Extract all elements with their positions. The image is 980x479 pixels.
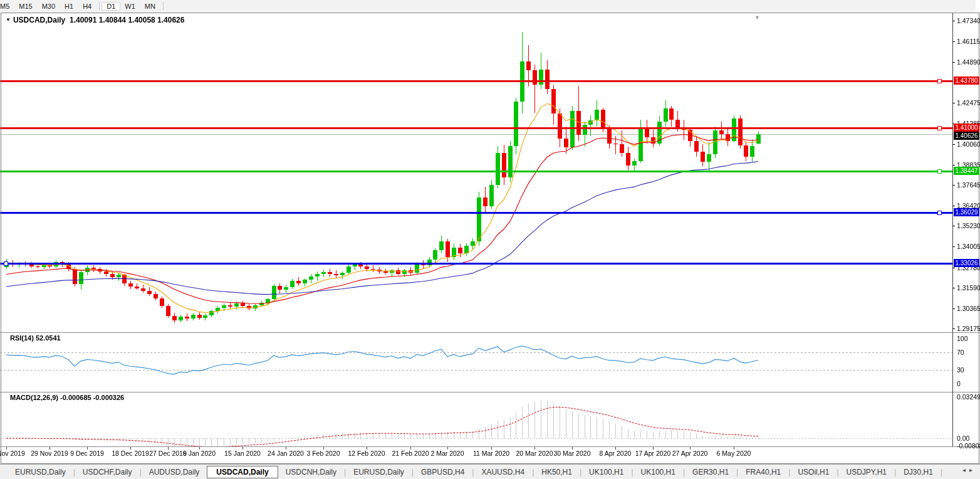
macd-axis-tick: 0.032493 xyxy=(957,393,980,401)
price-axis-tick: 1.35230 xyxy=(957,222,980,229)
chart-tab-usdcad-daily-active[interactable]: USDCAD,Daily xyxy=(207,466,278,478)
timeframe-toolbar: M5M15M30H1H4D1W1MN xyxy=(0,0,976,12)
timeframe-button-h1[interactable]: H1 xyxy=(60,2,78,11)
toolbar-separator xyxy=(163,2,164,10)
chart-tab-gbpusd-h4[interactable]: GBPUSD,H4 xyxy=(414,466,472,478)
tab-scroll-right-icon[interactable]: ▸ xyxy=(969,466,976,473)
chart-canvas[interactable] xyxy=(0,13,980,451)
price-axis-tick: 1.42475 xyxy=(957,99,980,107)
chart-tab-ger30-h1[interactable]: GER30,H1 xyxy=(685,466,736,478)
price-axis-tick: 1.47340 xyxy=(957,17,980,24)
price-axis-tick: 1.44890 xyxy=(957,58,980,66)
chart-tabs-bar: EURUSD,Daily|USDCHF,Daily|AUDUSD,DailyUS… xyxy=(0,464,980,479)
price-axis-tick: 1.34005 xyxy=(957,243,980,250)
toolbar-separator xyxy=(99,2,100,10)
macd-indicator-label: MACD(12,26,9) -0.000685 -0.000326 xyxy=(10,394,124,401)
timeframe-button-m30[interactable]: M30 xyxy=(37,2,60,11)
rsi-indicator-label: RSI(14) 52.0541 xyxy=(10,334,61,342)
timeframe-button-m15[interactable]: M15 xyxy=(14,2,37,11)
timeframe-button-h4[interactable]: H4 xyxy=(78,2,96,11)
chart-tab-xauusd-h4[interactable]: XAUUSD,H4 xyxy=(474,466,532,478)
price-axis-tick: 1.31590 xyxy=(957,284,980,292)
rsi-axis-tick: 70 xyxy=(957,349,964,356)
chart-tab-usdjpy-h1[interactable]: USDJPY,H1 xyxy=(839,466,894,478)
chart-tab-eurusd-daily[interactable]: EURUSD,Daily xyxy=(8,466,73,478)
date-axis-label: 6 May 2020 xyxy=(706,450,762,457)
chart-tab-fra40-h1[interactable]: FRA40,H1 xyxy=(738,466,788,478)
price-axis-tick: 1.29175 xyxy=(957,325,980,332)
chart-title-ohlc: 1.40091 1.40844 1.40058 1.40626 xyxy=(70,16,185,24)
chart-tab-hk50-h1[interactable]: HK50,H1 xyxy=(534,466,580,478)
symbol-dropdown-icon[interactable]: ▼ xyxy=(6,17,11,23)
chart-tab-usdchf-daily[interactable]: USDCHF,Daily xyxy=(75,466,140,478)
current-price-label: 1.40626 xyxy=(954,132,979,140)
chart-tab-audusd-daily[interactable]: AUDUSD,Daily xyxy=(142,466,207,478)
timeframe-button-w1[interactable]: W1 xyxy=(120,2,140,11)
hline-price-label-1.41000[interactable]: 1.41000 xyxy=(954,124,979,132)
price-axis-tick: 1.30365 xyxy=(957,305,980,312)
rsi-axis-tick: 30 xyxy=(957,366,964,374)
macd-axis-tick: 0.00 xyxy=(957,434,969,442)
chart-tab-usoil-h1[interactable]: USOil,H1 xyxy=(790,466,837,478)
hline-price-label-1.38447[interactable]: 1.38447 xyxy=(954,167,979,175)
timeframe-button-m5[interactable]: M5 xyxy=(0,2,14,11)
chart-tab-uk100-h1[interactable]: UK100,H1 xyxy=(633,466,683,478)
chart-title[interactable]: ▼USDCAD,Daily 1.40091 1.40844 1.40058 1.… xyxy=(6,16,184,24)
timeframe-button-d1[interactable]: D1 xyxy=(102,2,120,11)
hline-price-label-1.36029[interactable]: 1.36029 xyxy=(954,208,979,216)
macd-axis-tick: -0.008086 xyxy=(957,442,980,450)
chart-tab-eurusd-daily[interactable]: EURUSD,Daily xyxy=(346,466,412,478)
chart-shift-marker-icon[interactable]: ▼ xyxy=(754,14,760,21)
price-axis-tick: 1.46115 xyxy=(957,38,980,45)
chart-tab-usdcnh-daily[interactable]: USDCNH,Daily xyxy=(278,466,344,478)
price-axis-tick: 1.37645 xyxy=(957,181,980,189)
tab-scroll-left-icon[interactable]: ◂ xyxy=(962,466,969,473)
rsi-axis-tick: 0 xyxy=(957,380,961,387)
rsi-axis-tick: 100 xyxy=(957,335,968,342)
tab-scroll-arrows[interactable]: ◂▸ xyxy=(962,466,976,473)
timeframe-button-mn[interactable]: MN xyxy=(140,2,160,11)
chart-tab-uk100-h1[interactable]: UK100,H1 xyxy=(581,466,631,478)
hline-price-label-1.43780[interactable]: 1.43780 xyxy=(954,76,979,85)
trading-app-window: M5M15M30H1H4D1W1MN ▼USDCAD,Daily 1.40091… xyxy=(0,0,980,479)
chart-tab-dj30-h1[interactable]: DJ30,H1 xyxy=(896,466,941,478)
price-axis-tick: 1.40060 xyxy=(957,140,980,148)
tab-separator: | xyxy=(941,468,942,476)
chart-title-symbol: USDCAD,Daily xyxy=(13,16,65,24)
hline-price-label-1.33026[interactable]: 1.33026 xyxy=(954,259,979,267)
